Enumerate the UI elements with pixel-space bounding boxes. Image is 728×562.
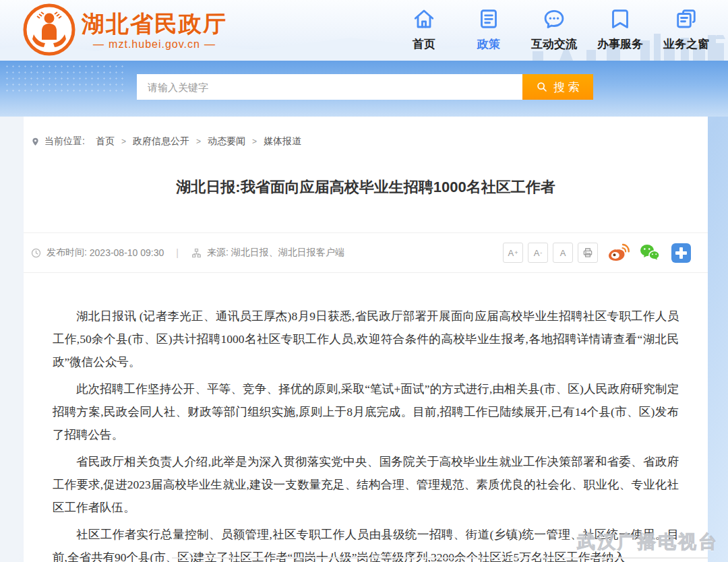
article-paragraph: 此次招聘工作坚持公开、平等、竞争、择优的原则,采取“笔试+面试”的方式进行,由相…	[53, 377, 679, 446]
printer-icon	[582, 247, 594, 259]
nav-item-interaction[interactable]: 互动交流	[531, 7, 577, 52]
article-meta-row: 发布时间: 2023-08-10 09:30 | 来源: 湖北日报、湖北日报客户…	[24, 232, 708, 273]
content-divider	[172, 557, 708, 559]
share-more-button[interactable]	[671, 243, 691, 263]
publish-time: 2023-08-10 09:30	[90, 247, 164, 258]
content-card: 当前位置: 首页 > 政府信息公开 > 动态要闻 > 媒体报道 湖北日报:我省面…	[24, 117, 708, 562]
breadcrumb-gov-info[interactable]: 政府信息公开	[133, 135, 189, 148]
nav-item-home[interactable]: 首页	[402, 7, 446, 52]
breadcrumb: 当前位置: 首页 > 政府信息公开 > 动态要闻 > 媒体报道	[24, 117, 708, 148]
site-domain: —mzt.hubei.gov.cn—	[82, 38, 227, 51]
article-body: 湖北日报讯 (记者李光正、通讯员王厚杰)8月9日获悉,省民政厅部署开展面向应届高…	[24, 305, 708, 562]
font-normal-button[interactable]: A	[553, 243, 573, 263]
site-title: 湖北省民政厅	[82, 9, 227, 38]
publish-time-label: 发布时间:	[47, 247, 87, 259]
article-paragraph: 社区工作者实行总量控制、员额管理,社区专职工作人员由县级统一招聘、街道(乡镇)统…	[53, 523, 679, 562]
font-smaller-button[interactable]: A-	[528, 243, 548, 263]
location-pin-icon	[30, 137, 40, 147]
article-paragraph: 省民政厅相关负责人介绍,此举是为深入贯彻落实党中央、国务院关于高校毕业生就业工作…	[53, 450, 679, 519]
breadcrumb-home[interactable]: 首页	[96, 135, 115, 148]
nav-item-policy[interactable]: 政策	[466, 7, 511, 52]
ministry-emblem-icon	[22, 3, 76, 57]
breadcrumb-media-report[interactable]: 媒体报道	[264, 135, 301, 148]
search-band: 搜 索	[0, 61, 728, 117]
home-icon	[412, 7, 436, 31]
article-title: 湖北日报:我省面向应届高校毕业生招聘1000名社区工作者	[24, 177, 708, 197]
clock-icon	[30, 247, 42, 259]
search-icon	[536, 81, 548, 93]
site-logo[interactable]: 湖北省民政厅 —mzt.hubei.gov.cn—	[22, 3, 227, 57]
search-button[interactable]: 搜 索	[522, 74, 593, 100]
decorative-dots	[4, 63, 125, 93]
font-larger-button[interactable]: A+	[503, 243, 523, 263]
site-header: 湖北省民政厅 —mzt.hubei.gov.cn— 首页 政策	[0, 0, 728, 61]
breadcrumb-news[interactable]: 动态要闻	[208, 135, 245, 148]
policy-doc-icon	[477, 7, 501, 31]
breadcrumb-prefix: 当前位置:	[44, 135, 85, 148]
article-meta: 发布时间: 2023-08-10 09:30 | 来源: 湖北日报、湖北日报客户…	[30, 247, 344, 259]
nav-item-services[interactable]: 办事服务	[597, 7, 643, 52]
article-tools: A+ A- A	[503, 241, 691, 264]
source-value: 湖北日报、湖北日报客户端	[231, 247, 344, 259]
page: 湖北省民政厅 —mzt.hubei.gov.cn— 首页 政策	[0, 0, 728, 562]
search-input[interactable]	[137, 74, 522, 100]
article-paragraph: 湖北日报讯 (记者李光正、通讯员王厚杰)8月9日获悉,省民政厅部署开展面向应届高…	[53, 305, 679, 373]
print-button[interactable]	[578, 243, 598, 263]
main-nav: 首页 政策 互动交流 办事服务	[402, 7, 709, 52]
search-box: 搜 索	[137, 74, 593, 100]
source-org-icon	[191, 247, 202, 259]
source-label: 来源:	[207, 247, 229, 259]
chat-bubble-icon	[542, 7, 566, 31]
weibo-share-icon[interactable]	[607, 241, 630, 264]
stacked-windows-icon	[674, 7, 698, 31]
nav-item-business-window[interactable]: 业务之窗	[663, 7, 709, 52]
bookmark-icon	[608, 7, 632, 31]
wechat-share-icon[interactable]	[638, 241, 661, 264]
